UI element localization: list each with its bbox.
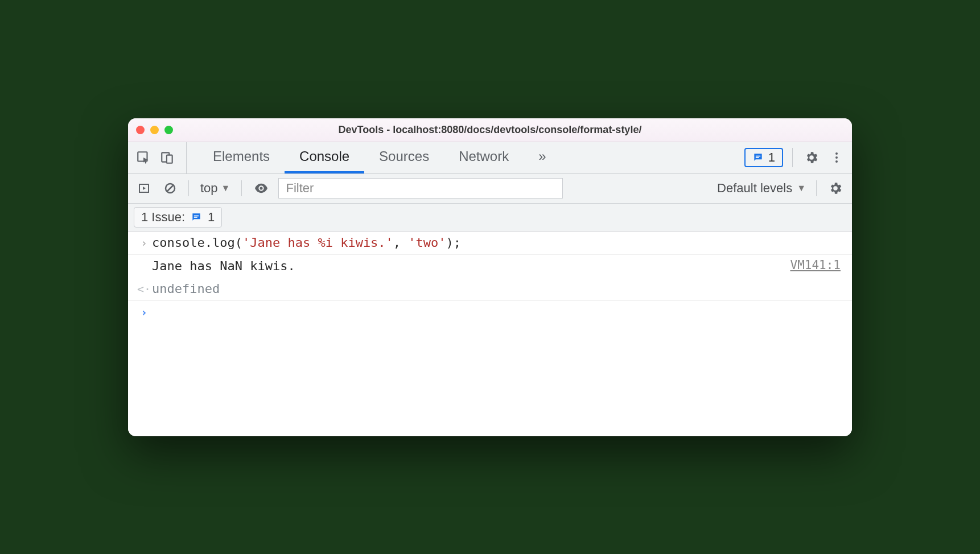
svg-point-7 — [835, 160, 838, 163]
toggle-drawer-icon[interactable] — [134, 181, 154, 195]
code-token: ); — [446, 235, 462, 250]
issue-chip[interactable]: 1 Issue: 1 — [134, 207, 222, 228]
devtools-window: DevTools - localhost:8080/docs/devtools/… — [128, 118, 852, 436]
context-label: top — [200, 181, 218, 196]
device-toolbar-icon[interactable] — [158, 148, 177, 167]
separator — [241, 180, 242, 196]
prompt-caret-icon: › — [136, 304, 152, 320]
svg-rect-4 — [756, 157, 759, 158]
code-string-token: 'two' — [408, 235, 446, 250]
source-location-link[interactable]: VM141:1 — [790, 258, 844, 272]
issues-badge[interactable]: 1 — [744, 148, 783, 167]
separator — [816, 180, 817, 196]
context-selector[interactable]: top ▼ — [197, 181, 233, 196]
issues-badge-count: 1 — [768, 150, 775, 165]
tab-sources[interactable]: Sources — [364, 142, 444, 173]
separator — [792, 148, 793, 167]
return-caret-icon: <· — [136, 281, 152, 297]
console-prompt-row[interactable]: › — [128, 301, 852, 324]
issues-icon — [752, 152, 764, 163]
log-levels-selector[interactable]: Default levels ▼ — [715, 181, 808, 196]
inspect-element-icon[interactable] — [134, 148, 153, 167]
code-token: , — [393, 235, 409, 250]
more-options-icon[interactable] — [827, 148, 846, 167]
svg-rect-11 — [194, 215, 199, 216]
clear-console-icon[interactable] — [160, 181, 180, 195]
tab-bar-right: 1 — [744, 142, 846, 173]
window-title: DevTools - localhost:8080/docs/devtools/… — [128, 124, 852, 136]
console-body: › console.log('Jane has %i kiwis.', 'two… — [128, 231, 852, 436]
console-output-row: Jane has NaN kiwis. VM141:1 — [128, 255, 852, 278]
issue-count: 1 — [208, 210, 215, 225]
svg-point-6 — [835, 156, 838, 159]
tab-console[interactable]: Console — [285, 142, 364, 173]
console-input-row: › console.log('Jane has %i kiwis.', 'two… — [128, 231, 852, 255]
tab-bar-left — [134, 142, 187, 173]
tab-bar: Elements Console Sources Network » 1 — [128, 142, 852, 174]
minimize-window-button[interactable] — [150, 126, 159, 134]
svg-line-10 — [167, 185, 173, 191]
chevron-down-icon: ▼ — [797, 183, 806, 193]
console-return-row: <· undefined — [128, 278, 852, 301]
close-window-button[interactable] — [136, 126, 145, 134]
console-return-value: undefined — [152, 281, 844, 297]
chevron-down-icon: ▼ — [221, 183, 230, 193]
console-toolbar: top ▼ Default levels ▼ — [128, 174, 852, 204]
tab-network[interactable]: Network — [444, 142, 524, 173]
issues-icon — [191, 212, 202, 223]
tab-elements[interactable]: Elements — [198, 142, 285, 173]
live-expression-icon[interactable] — [250, 180, 273, 196]
chevron-right-double-icon: » — [538, 148, 546, 164]
maximize-window-button[interactable] — [164, 126, 173, 134]
console-output-text: Jane has NaN kiwis. — [152, 258, 790, 274]
titlebar: DevTools - localhost:8080/docs/devtools/… — [128, 118, 852, 142]
code-token: console.log( — [152, 235, 242, 250]
input-caret-icon: › — [136, 235, 152, 251]
traffic-lights — [136, 126, 173, 134]
separator — [188, 180, 189, 196]
panel-tabs: Elements Console Sources Network » — [187, 142, 744, 173]
svg-rect-12 — [194, 217, 197, 218]
issues-row: 1 Issue: 1 — [128, 204, 852, 231]
settings-icon[interactable] — [802, 148, 821, 167]
tab-overflow[interactable]: » — [524, 142, 561, 173]
console-settings-icon[interactable] — [825, 181, 846, 196]
log-levels-label: Default levels — [717, 181, 792, 196]
issue-label: 1 Issue: — [141, 210, 185, 225]
svg-rect-3 — [756, 156, 760, 157]
svg-rect-2 — [167, 155, 172, 163]
console-input-code: console.log('Jane has %i kiwis.', 'two')… — [152, 235, 844, 251]
code-string-token: 'Jane has %i kiwis.' — [242, 235, 393, 250]
filter-input[interactable] — [278, 178, 563, 199]
svg-point-5 — [835, 152, 838, 155]
